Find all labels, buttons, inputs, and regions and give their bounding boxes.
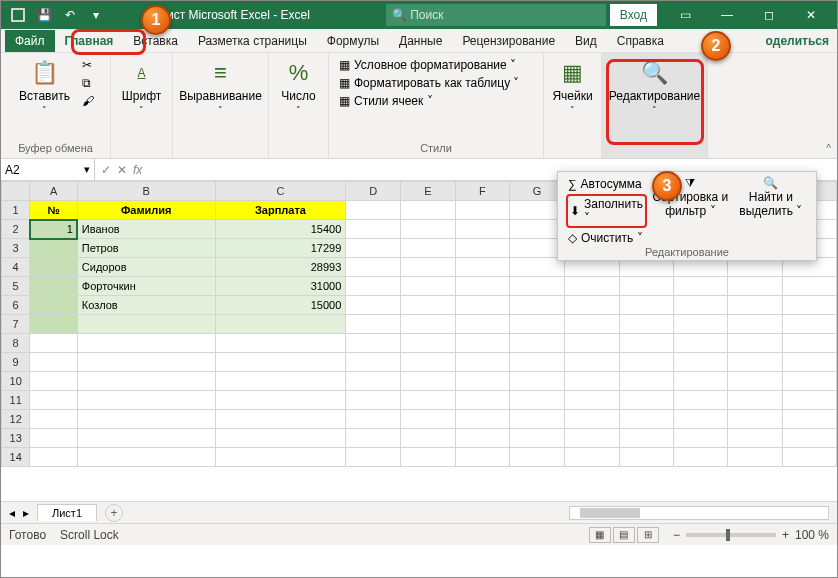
row-header[interactable]: 5 <box>2 277 30 296</box>
zoom-level[interactable]: 100 % <box>795 528 829 542</box>
tab-formulas[interactable]: Формулы <box>317 30 389 52</box>
cell[interactable]: 28993 <box>215 258 346 277</box>
font-button[interactable]: A Шрифт˅ <box>118 57 166 117</box>
close-icon[interactable]: ✕ <box>791 4 831 26</box>
cells-button[interactable]: ▦ Ячейки˅ <box>548 57 596 117</box>
cell[interactable]: Иванов <box>77 220 215 239</box>
cell[interactable]: Сидоров <box>77 258 215 277</box>
editing-button[interactable]: 🔍 Редактирование˅ <box>605 57 704 117</box>
fill-down-icon: ⬇ <box>570 204 580 218</box>
row-header[interactable]: 14 <box>2 448 30 467</box>
cell[interactable] <box>77 315 215 334</box>
format-as-table-button[interactable]: ▦Форматировать как таблицу ˅ <box>337 75 535 91</box>
cell[interactable]: Форточкин <box>77 277 215 296</box>
cell[interactable]: Петров <box>77 239 215 258</box>
formula-bar[interactable]: ✓✕fx <box>95 163 148 177</box>
add-sheet-button[interactable]: + <box>105 504 123 522</box>
zoom-in-icon[interactable]: + <box>782 528 789 542</box>
tab-home[interactable]: Главная <box>55 30 124 52</box>
cell[interactable]: 17299 <box>215 239 346 258</box>
percent-icon: % <box>289 59 309 87</box>
tab-data[interactable]: Данные <box>389 30 452 52</box>
row-header[interactable]: 4 <box>2 258 30 277</box>
zoom-slider[interactable]: − + 100 % <box>673 528 829 542</box>
row-header[interactable]: 9 <box>2 353 30 372</box>
clear-button[interactable]: ◇Очистить ˅ <box>566 230 647 246</box>
magnifier-icon: 🔍 <box>641 59 668 87</box>
cell[interactable]: № <box>30 201 78 220</box>
view-page-break-icon[interactable]: ⊞ <box>637 527 659 543</box>
cell[interactable] <box>30 239 78 258</box>
cell[interactable] <box>215 315 346 334</box>
row-header[interactable]: 1 <box>2 201 30 220</box>
row-header[interactable]: 10 <box>2 372 30 391</box>
callout-2: 2 <box>701 31 731 61</box>
zoom-out-icon[interactable]: − <box>673 528 680 542</box>
row-header[interactable]: 11 <box>2 391 30 410</box>
col-header[interactable]: B <box>77 182 215 201</box>
cell[interactable]: Фамилия <box>77 201 215 220</box>
tab-review[interactable]: Рецензирование <box>452 30 565 52</box>
search-box[interactable]: 🔍 Поиск <box>386 4 606 26</box>
conditional-formatting-button[interactable]: ▦Условное форматирование ˅ <box>337 57 535 73</box>
autosave-icon[interactable] <box>7 4 29 26</box>
save-icon[interactable]: 💾 <box>33 4 55 26</box>
maximize-icon[interactable]: ◻ <box>749 4 789 26</box>
cell[interactable]: 15000 <box>215 296 346 315</box>
format-painter-button[interactable]: 🖌 <box>80 93 96 109</box>
view-normal-icon[interactable]: ▦ <box>589 527 611 543</box>
alignment-button[interactable]: ≡ Выравнивание˅ <box>175 57 266 117</box>
cell[interactable]: Козлов <box>77 296 215 315</box>
view-page-layout-icon[interactable]: ▤ <box>613 527 635 543</box>
row-header[interactable]: 2 <box>2 220 30 239</box>
horizontal-scrollbar[interactable] <box>569 506 829 520</box>
cell[interactable]: Зарплата <box>215 201 346 220</box>
find-select-button[interactable]: 🔍Найти и выделить ˅ <box>734 176 808 218</box>
cell-styles-button[interactable]: ▦Стили ячеек ˅ <box>337 93 535 109</box>
copy-button[interactable]: ⧉ <box>80 75 96 91</box>
tab-view[interactable]: Вид <box>565 30 607 52</box>
callout-1: 1 <box>141 5 171 35</box>
row-header[interactable]: 7 <box>2 315 30 334</box>
select-all[interactable] <box>2 182 30 201</box>
autosum-button[interactable]: ∑Автосумма <box>566 176 647 192</box>
col-header[interactable]: C <box>215 182 346 201</box>
sheet-tab[interactable]: Лист1 <box>37 504 97 521</box>
redo-icon[interactable]: ▾ <box>85 4 107 26</box>
row-header[interactable]: 12 <box>2 410 30 429</box>
tab-file[interactable]: Файл <box>5 30 55 52</box>
sheet-nav-next-icon[interactable]: ▸ <box>23 506 29 520</box>
row-header[interactable]: 8 <box>2 334 30 353</box>
minimize-icon[interactable]: — <box>707 4 747 26</box>
row-header[interactable]: 6 <box>2 296 30 315</box>
copy-icon: ⧉ <box>82 76 91 90</box>
sheet-tab-bar: ◂ ▸ Лист1 + <box>1 501 837 523</box>
cell[interactable] <box>30 296 78 315</box>
cell[interactable]: 1 <box>30 220 78 239</box>
sheet-nav-prev-icon[interactable]: ◂ <box>9 506 15 520</box>
col-header[interactable]: D <box>346 182 401 201</box>
paste-button[interactable]: 📋 Вставить ˅ <box>15 57 74 117</box>
row-header[interactable]: 3 <box>2 239 30 258</box>
col-header[interactable]: E <box>401 182 456 201</box>
row-header[interactable]: 13 <box>2 429 30 448</box>
ribbon: 📋 Вставить ˅ ✂ ⧉ 🖌 Буфер обмена A Шрифт˅… <box>1 53 837 159</box>
tab-help[interactable]: Справка <box>607 30 674 52</box>
fill-button[interactable]: ⬇Заполнить ˅ <box>566 194 647 228</box>
cut-button[interactable]: ✂ <box>80 57 96 73</box>
name-box[interactable]: A2▾ <box>1 159 95 180</box>
col-header[interactable]: A <box>30 182 78 201</box>
tab-layout[interactable]: Разметка страницы <box>188 30 317 52</box>
cell[interactable] <box>30 315 78 334</box>
collapse-ribbon-icon[interactable]: ^ <box>826 143 831 154</box>
cell[interactable]: 15400 <box>215 220 346 239</box>
undo-icon[interactable]: ↶ <box>59 4 81 26</box>
share-button[interactable]: оделиться <box>758 30 837 52</box>
cell[interactable] <box>30 277 78 296</box>
login-button[interactable]: Вход <box>610 4 657 26</box>
number-button[interactable]: % Число˅ <box>275 57 323 117</box>
cell[interactable] <box>30 258 78 277</box>
col-header[interactable]: F <box>455 182 510 201</box>
ribbon-display-icon[interactable]: ▭ <box>665 4 705 26</box>
cell[interactable]: 31000 <box>215 277 346 296</box>
